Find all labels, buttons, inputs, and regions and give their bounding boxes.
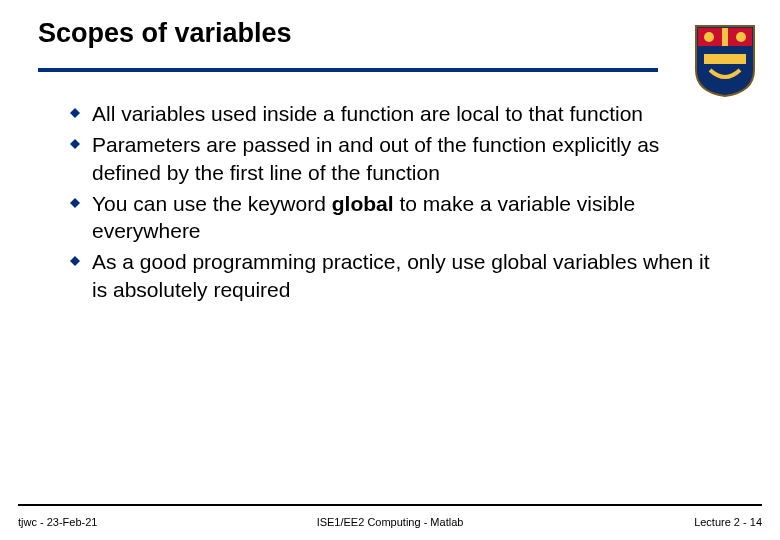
footer-center: ISE1/EE2 Computing - Matlab xyxy=(317,516,464,528)
bullet-text: Parameters are passed in and out of the … xyxy=(92,131,710,186)
list-item: Parameters are passed in and out of the … xyxy=(70,131,710,186)
diamond-bullet-icon xyxy=(70,139,80,149)
svg-point-3 xyxy=(736,32,746,42)
slide-title: Scopes of variables xyxy=(38,18,756,49)
slide: Scopes of variables All variables used i… xyxy=(0,0,780,540)
list-item: As a good programming practice, only use… xyxy=(70,248,710,303)
diamond-bullet-icon xyxy=(70,256,80,266)
bullet-text: All variables used inside a function are… xyxy=(92,100,643,127)
svg-rect-5 xyxy=(704,54,746,64)
list-item: All variables used inside a function are… xyxy=(70,100,710,127)
title-underline xyxy=(38,68,658,72)
bullet-text: You can use the keyword global to make a… xyxy=(92,190,710,245)
header: Scopes of variables xyxy=(38,18,756,49)
crest-logo xyxy=(694,24,756,98)
diamond-bullet-icon xyxy=(70,198,80,208)
bullet-text: As a good programming practice, only use… xyxy=(92,248,710,303)
footer-rule xyxy=(18,504,762,506)
svg-rect-4 xyxy=(722,28,728,46)
content-area: All variables used inside a function are… xyxy=(70,100,710,307)
footer-left: tjwc - 23-Feb-21 xyxy=(18,516,97,528)
list-item: You can use the keyword global to make a… xyxy=(70,190,710,245)
footer: tjwc - 23-Feb-21 ISE1/EE2 Computing - Ma… xyxy=(18,516,762,528)
footer-right: Lecture 2 - 14 xyxy=(694,516,762,528)
svg-point-2 xyxy=(704,32,714,42)
bullet-list: All variables used inside a function are… xyxy=(70,100,710,303)
diamond-bullet-icon xyxy=(70,108,80,118)
